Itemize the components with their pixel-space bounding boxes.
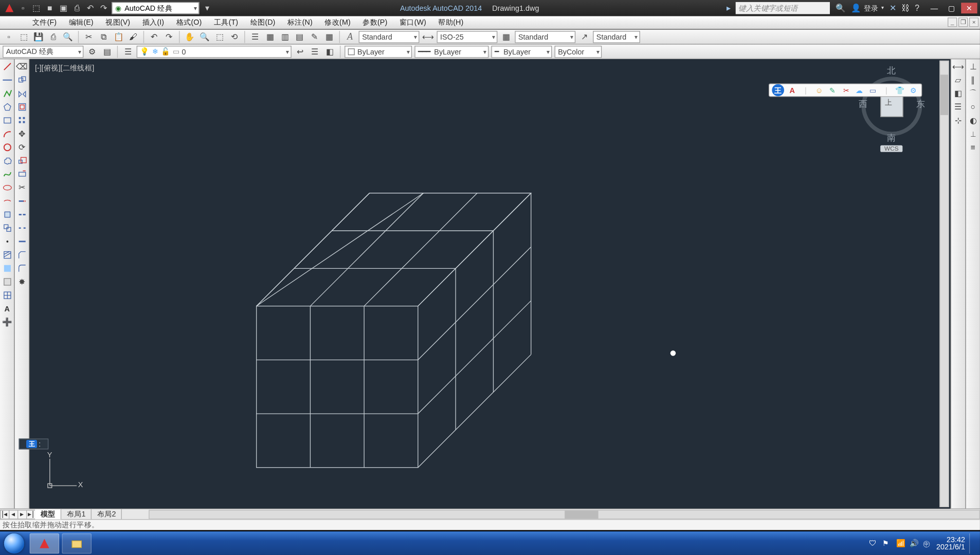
exchange-icon[interactable]: ✕ <box>890 4 896 12</box>
revcloud-tool[interactable] <box>1 155 13 167</box>
print-icon[interactable]: ⎙ <box>71 3 82 13</box>
ellipse-arc-tool[interactable] <box>1 195 13 208</box>
viewcube-wcs-button[interactable]: WCS <box>880 145 902 152</box>
stretch-tool[interactable] <box>16 168 28 180</box>
color-dropdown[interactable]: ByLayer <box>344 45 412 58</box>
saveas-icon[interactable]: ▣ <box>58 3 69 13</box>
constraint-tool-7[interactable]: ≡ <box>967 141 979 154</box>
polyline-tool[interactable] <box>1 87 13 100</box>
explode-tool[interactable]: ✸ <box>16 276 28 288</box>
table-style-dropdown[interactable]: Standard <box>515 31 575 43</box>
constraint-tool-5[interactable]: ◐ <box>967 115 979 127</box>
gradient-tool[interactable] <box>1 263 13 275</box>
tray-clock[interactable]: 23:42 2021/6/1 <box>936 536 965 551</box>
search-icon[interactable]: 🔍 <box>836 4 846 12</box>
emoji-icon[interactable]: ☺ <box>814 85 825 96</box>
properties-button[interactable]: ☰ <box>249 31 261 43</box>
menu-modify[interactable]: 修改(M) <box>319 16 356 29</box>
show-desktop-button[interactable] <box>969 533 974 553</box>
break-at-point-tool[interactable] <box>16 209 28 221</box>
menu-tools[interactable]: 工具(T) <box>208 16 243 29</box>
pencil-icon[interactable]: ✎ <box>827 85 838 96</box>
maximize-button[interactable]: ▢ <box>943 3 959 13</box>
arc-tool[interactable] <box>1 128 13 140</box>
sheetset-button[interactable]: ▤ <box>294 31 306 43</box>
viewcube-face[interactable]: 上 <box>880 94 903 117</box>
addselected-tool[interactable]: ➕ <box>1 316 13 328</box>
paste-button[interactable]: 📋 <box>113 31 125 43</box>
offset-tool[interactable] <box>16 101 28 113</box>
taskbar-item-explorer[interactable] <box>62 533 92 553</box>
start-button[interactable] <box>0 531 28 555</box>
quickcalc-button[interactable]: ▦ <box>323 31 335 43</box>
designcenter-button[interactable]: ▦ <box>264 31 276 43</box>
constraint-tool-6[interactable]: ⟂ <box>967 128 979 140</box>
plot-preview-button[interactable]: 🔍 <box>62 31 74 43</box>
gear-icon[interactable]: ⚙ <box>908 85 919 96</box>
drawing-canvas[interactable]: [-][俯视][二维线框] <box>30 59 951 508</box>
textstyle-button[interactable]: A <box>344 31 356 43</box>
mtext-tool[interactable]: A <box>1 303 13 315</box>
undo-button[interactable]: ↶ <box>148 31 160 43</box>
horizontal-scrollbar[interactable] <box>149 510 980 519</box>
markup-button[interactable]: ✎ <box>308 31 321 43</box>
list-tool[interactable]: ☰ <box>952 101 965 113</box>
save-button[interactable]: 💾 <box>32 31 45 43</box>
viewcube-north[interactable]: 北 <box>887 65 896 77</box>
matchprop-button[interactable]: 🖌 <box>127 31 139 43</box>
image-icon[interactable]: ▭ <box>867 85 878 96</box>
plotstyle-dropdown[interactable]: ByColor <box>555 45 602 58</box>
zoom-realtime-button[interactable]: 🔍 <box>198 31 211 43</box>
tab-last-button[interactable]: ▸| <box>26 510 35 519</box>
table-tool[interactable] <box>1 289 13 302</box>
tray-volume-icon[interactable]: 🔊 <box>910 539 919 548</box>
tab-layout2[interactable]: 布局2 <box>92 509 122 520</box>
menu-draw[interactable]: 绘图(D) <box>245 16 281 29</box>
menu-edit[interactable]: 编辑(E) <box>63 16 99 29</box>
layer-iso-button[interactable]: ◧ <box>324 45 336 58</box>
plot-button[interactable]: ⎙ <box>47 31 60 43</box>
viewport[interactable]: [-][俯视][二维线框] <box>31 61 938 507</box>
region-tool[interactable] <box>1 276 13 288</box>
minimize-button[interactable]: — <box>926 3 942 13</box>
constraint-tool-3[interactable]: ⌒ <box>967 87 979 100</box>
lineweight-dropdown[interactable]: ━ByLayer <box>492 45 552 58</box>
layer-previous-button[interactable]: ↩ <box>294 45 306 58</box>
line-tool[interactable] <box>1 61 13 73</box>
copy-button[interactable]: ⧉ <box>98 31 110 43</box>
pan-button[interactable]: ✋ <box>184 31 196 43</box>
zoom-previous-button[interactable]: ⟲ <box>228 31 241 43</box>
array-tool[interactable] <box>16 115 28 127</box>
erase-tool[interactable]: ⌫ <box>16 61 28 73</box>
move-tool[interactable]: ✥ <box>16 128 28 140</box>
doc-maximize-button[interactable]: ❐ <box>958 17 968 27</box>
infocenter-arrow-icon[interactable]: ▸ <box>727 4 731 12</box>
tab-first-button[interactable]: |◂ <box>0 510 9 519</box>
qat-more-icon[interactable]: ▾ <box>202 3 213 13</box>
tab-model[interactable]: 模型 <box>35 509 61 520</box>
linetype-dropdown[interactable]: ━━━ByLayer <box>414 45 488 58</box>
scrollbar-thumb[interactable] <box>565 510 598 519</box>
copy-tool[interactable] <box>16 74 28 86</box>
login-button[interactable]: 👤登录▾ <box>851 3 884 13</box>
viewcube-east[interactable]: 东 <box>916 98 925 110</box>
menu-help[interactable]: 帮助(H) <box>433 16 469 29</box>
workspace-dropdown-2[interactable]: AutoCAD 经典 <box>3 45 83 58</box>
menu-dimension[interactable]: 标注(N) <box>282 16 318 29</box>
viewcube-south[interactable]: 南 <box>887 132 896 144</box>
area-tool[interactable]: ▱ <box>952 74 965 86</box>
tray-action-center-icon[interactable]: ⚑ <box>882 539 892 548</box>
cut-button[interactable]: ✂ <box>83 31 95 43</box>
insert-block-tool[interactable] <box>1 209 13 221</box>
cloud-icon[interactable]: ☁ <box>854 85 865 96</box>
tray-security-icon[interactable]: 🛡 <box>869 539 878 548</box>
redo-button[interactable]: ↷ <box>163 31 175 43</box>
menu-format[interactable]: 格式(O) <box>171 16 207 29</box>
save-icon[interactable]: ■ <box>44 3 55 13</box>
input-mode-widget[interactable]: 王 : <box>19 438 49 449</box>
id-point-tool[interactable]: ⊹ <box>952 115 965 127</box>
scrollbar-thumb[interactable] <box>940 75 949 115</box>
scissors-icon[interactable]: ✂ <box>841 85 851 96</box>
view-cube[interactable]: 北 上 西 东 南 WCS <box>862 65 922 152</box>
join-tool[interactable] <box>16 235 28 248</box>
